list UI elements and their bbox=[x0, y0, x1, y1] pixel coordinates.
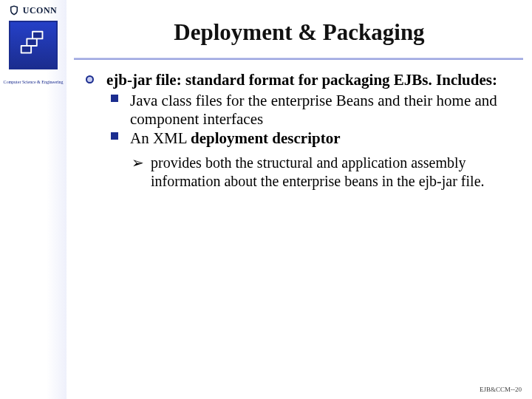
svg-rect-5 bbox=[22, 47, 30, 52]
circle-bullet-icon bbox=[86, 75, 96, 90]
lvl1-text: ejb-jar file: standard format for packag… bbox=[106, 71, 497, 90]
slide-footer: EJB&CCM--20 bbox=[480, 386, 522, 393]
lvl3-text: provides both the structural and applica… bbox=[151, 154, 511, 190]
sidebar-brand-strip: UCONN Computer Science & Engineering bbox=[0, 0, 66, 399]
uconn-wordmark: UCONN bbox=[23, 5, 58, 16]
uconn-shield-icon bbox=[10, 5, 18, 16]
slide-title: Deployment & Packaging bbox=[66, 19, 532, 46]
svg-rect-3 bbox=[33, 33, 42, 38]
bullet-level3: ➢ provides both the structural and appli… bbox=[132, 154, 511, 190]
department-seal-icon: Computer Science & Engineering bbox=[9, 21, 58, 69]
arrow-bullet-icon: ➢ bbox=[132, 155, 143, 190]
uconn-logo: UCONN bbox=[0, 0, 66, 16]
seal-caption: Computer Science & Engineering bbox=[3, 80, 63, 84]
square-bullet-icon bbox=[111, 95, 121, 129]
lvl2a-text: Java class files for the enterprise Bean… bbox=[130, 92, 511, 129]
bullet-level2-b: An XML deployment descriptor bbox=[111, 129, 511, 149]
bullet-level1: ejb-jar file: standard format for packag… bbox=[86, 71, 511, 90]
body-content: ejb-jar file: standard format for packag… bbox=[86, 71, 511, 190]
square-bullet-icon bbox=[111, 132, 121, 149]
title-underline bbox=[74, 58, 523, 60]
svg-rect-4 bbox=[27, 39, 36, 45]
lvl2b-text: An XML deployment descriptor bbox=[130, 129, 340, 149]
bullet-level2-a: Java class files for the enterprise Bean… bbox=[111, 92, 511, 129]
